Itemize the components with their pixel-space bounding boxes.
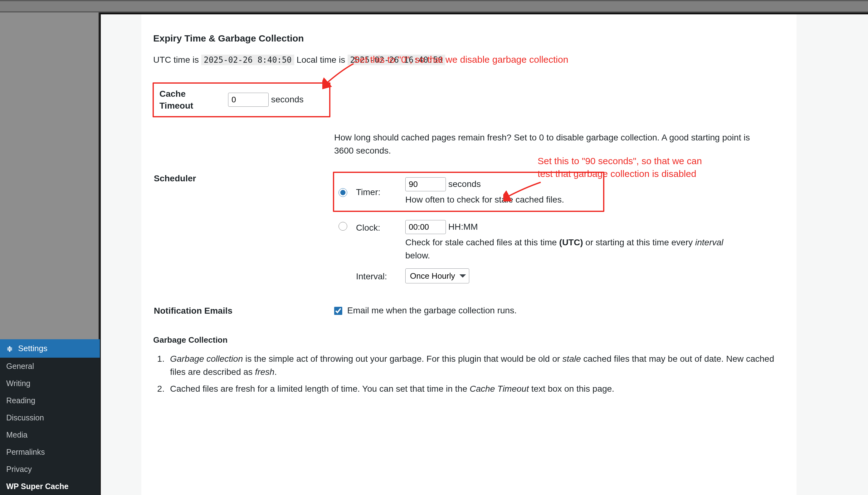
scheduler-timer-input[interactable] — [405, 177, 446, 191]
timer-highlight: Timer: seconds How often to check for st… — [333, 172, 604, 212]
gc2-em1: Cache Timeout — [470, 384, 529, 394]
scheduler-clock-radio[interactable] — [338, 222, 347, 231]
local-time-label: Local time is — [297, 55, 345, 65]
menu-item-writing[interactable]: Writing — [0, 375, 100, 392]
gc1-em1: Garbage collection — [170, 354, 243, 364]
utc-time-value: 2025-02-26 8:40:50 — [201, 55, 294, 65]
cache-timeout-highlight: Cache Timeout seconds — [153, 82, 330, 117]
section-title: Expiry Time & Garbage Collection — [153, 33, 778, 44]
scheduler-clock-unit: HH:MM — [448, 222, 478, 232]
gc1-em3: fresh — [255, 367, 274, 377]
svg-rect-0 — [7, 347, 12, 348]
time-row: UTC time is 2025-02-26 8:40:50 Local tim… — [153, 55, 778, 65]
scheduler-timer-help: How often to check for stale cached file… — [405, 193, 599, 206]
menu-settings-header[interactable]: Settings — [0, 339, 100, 358]
garbage-collection-heading: Garbage Collection — [153, 335, 778, 345]
scheduler-interval-select[interactable]: Once Hourly — [405, 269, 469, 284]
main-content-area: Expiry Time & Garbage Collection UTC tim… — [100, 13, 868, 495]
scheduler-label: Scheduler — [154, 173, 196, 183]
scheduler-clock-help-post: below. — [405, 251, 430, 260]
garbage-collection-list: Garbage collection is the simple act of … — [153, 352, 778, 395]
svg-rect-2 — [9, 346, 10, 347]
gc1-em2: stale — [562, 354, 581, 364]
menu-item-general[interactable]: General — [0, 358, 100, 375]
cache-timeout-input[interactable] — [228, 93, 268, 107]
admin-menu: Settings General Writing Reading Discuss… — [0, 339, 100, 495]
gc1-t3: . — [275, 367, 277, 377]
settings-icon — [6, 345, 14, 353]
svg-rect-1 — [7, 349, 12, 350]
scheduler-clock-help-mid: or starting at this time every — [583, 238, 695, 247]
menu-item-reading[interactable]: Reading — [0, 392, 100, 409]
gc2-t1: Cached files are fresh for a limited len… — [170, 384, 470, 394]
cache-timeout-help: How long should cached pages remain fres… — [334, 131, 771, 157]
scheduler-timer-label: Timer: — [356, 185, 397, 199]
notification-emails-checkbox[interactable] — [334, 307, 342, 315]
gc-list-item-1: Garbage collection is the simple act of … — [167, 352, 778, 379]
utc-time-label: UTC time is — [153, 55, 199, 65]
scheduler-interval-label: Interval: — [356, 269, 397, 283]
menu-item-discussion[interactable]: Discussion — [0, 409, 100, 426]
menu-item-wp-super-cache[interactable]: WP Super Cache — [0, 478, 100, 495]
notification-emails-row[interactable]: Email me when the garbage collection run… — [334, 306, 517, 315]
top-chrome-bar — [0, 0, 868, 13]
scheduler-timer-radio[interactable] — [338, 188, 347, 197]
menu-item-media[interactable]: Media — [0, 426, 100, 444]
scheduler-clock-help-bold: (UTC) — [559, 238, 583, 247]
left-column: Settings General Writing Reading Discuss… — [0, 13, 100, 495]
scheduler-clock-help-em: interval — [695, 238, 723, 247]
menu-item-permalinks[interactable]: Permalinks — [0, 444, 100, 461]
settings-card: Expiry Time & Garbage Collection UTC tim… — [141, 14, 797, 495]
gc2-t2: text box on this page. — [529, 384, 614, 394]
menu-settings-label: Settings — [18, 344, 48, 353]
local-time-value: 2025-02-26 16:40:50 — [348, 55, 445, 65]
sidebar-collapsed-region — [0, 13, 100, 339]
notification-emails-label: Notification Emails — [154, 306, 232, 315]
cache-timeout-label: Cache Timeout — [159, 88, 209, 112]
svg-rect-3 — [9, 350, 10, 352]
cache-timeout-unit: seconds — [271, 95, 303, 104]
scheduler-clock-input[interactable] — [405, 220, 446, 234]
scheduler-clock-label: Clock: — [356, 220, 397, 234]
gc-list-item-2: Cached files are fresh for a limited len… — [167, 382, 778, 395]
scheduler-timer-unit: seconds — [448, 179, 481, 189]
notification-emails-text: Email me when the garbage collection run… — [347, 306, 517, 315]
scheduler-clock-help-pre: Check for stale cached files at this tim… — [405, 238, 559, 247]
gc1-t1: is the simple act of throwing out your g… — [243, 354, 562, 364]
menu-item-privacy[interactable]: Privacy — [0, 461, 100, 478]
